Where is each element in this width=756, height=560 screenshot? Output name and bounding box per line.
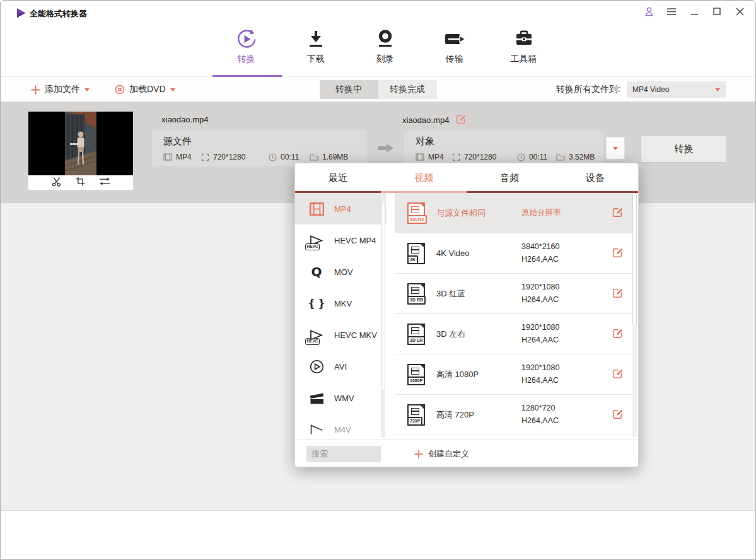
edit-preset-icon[interactable] — [612, 247, 623, 260]
preset-name: 3D 左右 — [436, 329, 521, 340]
play-circle-icon — [307, 359, 326, 374]
convert-status-tabs: 转换中 转换完成 — [320, 80, 437, 99]
format-label: MP4 — [334, 204, 351, 214]
crop-icon[interactable] — [76, 177, 85, 189]
video-thumbnail-card — [28, 112, 133, 190]
preset-resolution: 1920*1080 — [521, 323, 559, 332]
edit-preset-icon[interactable] — [612, 206, 623, 220]
preset-item-3d-rb[interactable]: 3D RB 3D 红蓝 1920*1080H264,AAC — [395, 274, 634, 314]
target-size: 3.52MB — [569, 153, 595, 161]
tab-converting[interactable]: 转换中 — [320, 80, 378, 99]
popup-tab-audio[interactable]: 音频 — [467, 163, 552, 192]
target-info-title: 对象 — [416, 136, 603, 148]
target-format-dropdown-button[interactable] — [606, 137, 625, 160]
preset-item-3d-lr[interactable]: 3D LR 3D 左右 1920*1080H264,AAC — [395, 314, 634, 354]
minimize-button[interactable] — [689, 6, 700, 17]
format-item-wmv[interactable]: WMV — [295, 382, 386, 414]
clapperboard-icon — [307, 392, 326, 404]
preset-list-scrollbar[interactable] — [632, 193, 637, 438]
search-input[interactable] — [306, 446, 381, 462]
format-item-hevc-mp4[interactable]: HEVC HEVC MP4 — [295, 225, 386, 256]
format-list-scrollbar[interactable] — [381, 193, 385, 438]
format-label: AVI — [334, 362, 347, 371]
preset-item-720p[interactable]: 720P 高清 720P 1280*720H264,AAC — [395, 395, 634, 435]
preset-name: 与源文件相同 — [436, 207, 521, 219]
popup-tab-device[interactable]: 设备 — [552, 163, 638, 192]
preset-codec: H264,AAC — [521, 255, 559, 264]
chevron-down-icon[interactable] — [170, 88, 175, 91]
hevc-play-icon: HEVC — [307, 235, 326, 246]
source-format: MP4 — [176, 153, 192, 161]
format-icon — [416, 153, 424, 161]
preset-info: 原始分辨率 — [521, 207, 607, 219]
filesize-icon — [556, 153, 565, 161]
trim-icon[interactable] — [52, 177, 62, 189]
app-logo-icon — [16, 8, 26, 21]
menu-icon[interactable] — [666, 6, 677, 17]
edit-preset-icon[interactable] — [612, 408, 623, 422]
target-info-box: 对象 MP4 720*1280 00:11 3.52MB — [404, 131, 603, 166]
popup-tab-recent[interactable]: 最近 — [295, 163, 381, 192]
create-custom-button[interactable]: 创建自定义 — [414, 448, 469, 460]
format-label: HEVC MP4 — [334, 236, 376, 245]
popup-footer: 创建自定义 — [295, 440, 638, 467]
nav-tab-download[interactable]: 下载 — [296, 27, 336, 65]
format-item-mov[interactable]: Q MOV — [295, 256, 386, 288]
nav-tab-transfer[interactable]: 传输 — [434, 27, 475, 65]
close-button[interactable] — [734, 6, 745, 17]
preset-codec: H264,AAC — [521, 335, 559, 344]
preset-item-same-as-source[interactable]: source 与源文件相同 原始分辨率 — [395, 193, 634, 233]
add-file-button[interactable]: 添加文件 — [31, 84, 90, 95]
main-nav: 转换 下载 刻录 — [1, 22, 755, 77]
edit-preset-icon[interactable] — [612, 368, 623, 382]
download-icon — [305, 27, 327, 51]
target-format: MP4 — [428, 153, 444, 161]
nav-tab-convert[interactable]: 转换 — [226, 27, 267, 65]
chevron-down-icon[interactable] — [84, 88, 90, 91]
source-resolution: 720*1280 — [213, 153, 245, 161]
format-icon — [163, 153, 172, 161]
format-item-hevc-mkv[interactable]: HEVC HEVC MKV — [295, 319, 386, 351]
arrow-right-icon — [376, 142, 395, 157]
4k-preset-icon: 4K — [407, 243, 425, 264]
duration-icon — [269, 153, 277, 161]
edit-preset-icon[interactable] — [612, 327, 623, 341]
source-file-name: xiaodao.mp4 — [161, 115, 208, 124]
edit-preset-icon[interactable] — [612, 287, 623, 301]
effects-icon[interactable] — [99, 177, 110, 189]
burn-icon — [375, 27, 396, 51]
filesize-icon — [310, 153, 318, 161]
format-label: M4V — [334, 425, 351, 435]
source-info-box: 源文件 MP4 720*1280 00:11 1.69MB — [152, 131, 366, 166]
hevc-play-icon: HEVC — [307, 330, 326, 341]
account-icon[interactable] — [643, 6, 654, 17]
preset-item-1080p[interactable]: 1080P 高清 1080P 1920*1080H264,AAC — [395, 354, 634, 395]
nav-tab-burn[interactable]: 刻录 — [365, 27, 405, 65]
footer-bar: 输出 合并全部视频 全部转换 — [1, 510, 755, 559]
video-thumbnail[interactable] — [28, 112, 133, 175]
target-file-name: xiaodao.mp4 — [402, 115, 449, 125]
format-item-avi[interactable]: AVI — [295, 351, 386, 382]
source-size: 1.69MB — [322, 153, 348, 161]
3d-rb-preset-icon: 3D RB — [407, 283, 425, 305]
quicktime-icon: Q — [307, 264, 326, 279]
popup-tab-video[interactable]: 视频 — [381, 163, 467, 192]
tab-completed[interactable]: 转换完成 — [378, 80, 437, 99]
format-item-mp4[interactable]: MP4 — [295, 193, 386, 225]
target-duration: 00:11 — [529, 153, 547, 161]
mp4-film-icon — [307, 202, 326, 216]
m4v-play-icon — [307, 424, 326, 435]
rename-icon[interactable] — [455, 114, 466, 127]
format-item-mkv[interactable]: { } MKV — [295, 288, 386, 319]
target-format-select[interactable]: MP4 Video — [627, 81, 726, 98]
nav-tab-toolbox[interactable]: 工具箱 — [504, 27, 544, 65]
titlebar: 全能格式转换器 — [1, 1, 755, 25]
preset-name: 3D 红蓝 — [436, 288, 521, 300]
thumbnail-image — [65, 112, 96, 175]
preset-resolution: 1280*720 — [521, 404, 555, 412]
preset-item-4k[interactable]: 4K 4K Video 3840*2160H264,AAC — [395, 233, 634, 274]
load-dvd-button[interactable]: 加载DVD — [115, 84, 175, 95]
convert-button[interactable]: 转换 — [641, 136, 727, 163]
maximize-button[interactable] — [711, 6, 723, 17]
format-item-m4v[interactable]: M4V — [295, 414, 386, 440]
